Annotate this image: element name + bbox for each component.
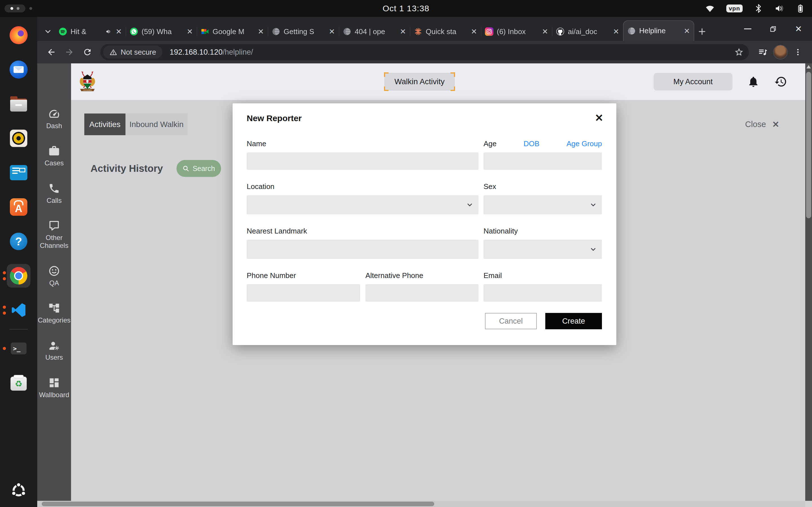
walkin-activity-button[interactable]: Walkin Activity [385,73,455,91]
not-secure-chip[interactable]: Not secure [103,46,162,59]
email-field[interactable] [484,284,602,302]
sidebar-item-dash[interactable]: Dash [38,108,70,130]
media-controls-icon[interactable] [755,44,771,60]
sex-select[interactable] [484,195,602,214]
dob-link[interactable]: DOB [523,139,539,148]
tab-close-icon[interactable]: ✕ [613,28,619,35]
chat-icon [48,220,60,231]
scroll-up-arrow[interactable] [806,65,811,68]
dock-show-apps-icon[interactable] [7,481,31,500]
dock-files-icon[interactable] [7,95,31,113]
browser-tab-whatsapp[interactable]: (59) Wha ✕ [126,22,197,41]
forward-button[interactable] [61,44,77,60]
age-field[interactable] [484,152,602,170]
wifi-icon [705,3,715,13]
browser-menu-icon[interactable] [790,44,806,60]
tab-activities[interactable]: Activities [84,114,125,135]
sidebar-item-calls[interactable]: Calls [38,182,70,205]
sidebar-item-wallboard[interactable]: Wallboard [38,377,70,399]
category-tree-icon [48,302,60,314]
tab-close-icon[interactable]: ✕ [329,28,335,35]
sidebar-label: Wallboard [39,391,69,399]
tab-title: Quick sta [426,27,467,36]
age-group-link[interactable]: Age Group [566,139,602,148]
tab-close-icon[interactable]: ✕ [684,27,690,35]
email-label: Email [484,271,602,280]
tab-search-button[interactable] [41,22,55,41]
tab-close-icon[interactable]: ✕ [542,28,548,35]
new-tab-button[interactable] [694,22,710,41]
sidebar-item-qa[interactable]: QA [38,265,70,287]
tab-close-icon[interactable]: ✕ [471,28,477,35]
tab-close-icon[interactable]: ✕ [187,28,193,35]
restore-button[interactable] [767,23,779,35]
modal-close-icon[interactable]: ✕ [595,113,603,123]
phone-icon [48,182,60,194]
dock-rhythmbox-icon[interactable] [7,129,31,148]
sidebar-item-other-channels[interactable]: Other Channels [38,220,70,250]
horizontal-scrollbar-thumb[interactable] [42,502,434,506]
tab-close-icon[interactable]: ✕ [400,28,406,35]
close-label: Close [745,120,766,129]
tab-close-icon[interactable]: ✕ [258,28,264,35]
close-panel-button[interactable]: Close ✕ [745,114,779,135]
clock[interactable]: Oct 1 13:38 [383,4,429,13]
vertical-scrollbar-thumb[interactable] [806,72,811,218]
google-meet-icon [201,27,209,36]
name-field[interactable] [247,152,478,170]
location-select[interactable] [247,195,478,214]
alternative-phone-field[interactable] [365,284,478,302]
close-window-button[interactable]: ✕ [792,23,805,35]
dock-terminal-icon[interactable]: >_ [7,339,31,358]
bookmark-star-icon[interactable] [734,47,744,57]
sidebar-label: Dash [46,122,62,130]
url-text[interactable]: 192.168.10.120/helpline/ [170,48,253,57]
history-clock-icon[interactable] [774,75,787,88]
nearest-landmark-field[interactable] [247,240,478,259]
minimize-button[interactable] [742,23,754,35]
bluetooth-icon [754,4,763,13]
my-account-button[interactable]: My Account [654,73,732,91]
browser-tab-google-meet[interactable]: Google M ✕ [197,22,268,41]
anthropic-starburst-icon [414,27,422,36]
dock-app-center-icon[interactable]: A [7,198,31,216]
browser-tab-getting[interactable]: Getting S ✕ [268,22,339,41]
workspace-indicator[interactable] [4,4,26,12]
browser-tab-github[interactable]: ai/ai_doc ✕ [552,22,623,41]
system-tray[interactable]: vpn [705,0,805,17]
browser-tab-helpline-active[interactable]: Helpline ✕ [623,20,694,41]
sidebar-item-categories[interactable]: Categories [38,302,70,324]
sidebar-item-users[interactable]: Users [38,339,70,361]
vertical-scrollbar[interactable] [805,63,812,501]
tab-strip: Hit & ✕ (59) Wha ✕ Google M ✕ Getting S … [37,17,812,41]
cancel-button[interactable]: Cancel [485,313,537,329]
search-button[interactable]: Search [176,160,221,177]
back-button[interactable] [43,44,59,60]
notifications-bell-icon[interactable] [747,75,760,88]
address-bar[interactable]: Not secure 192.168.10.120/helpline/ [100,44,749,60]
phone-number-field[interactable] [247,284,360,302]
walkin-activity-label: Walkin Activity [395,77,445,86]
browser-tab-instagram[interactable]: (6) Inbox ✕ [481,22,552,41]
browser-tab-404[interactable]: 404 | ope ✕ [339,22,410,41]
dock-trash-icon[interactable]: ♻ [7,374,31,392]
security-label: Not secure [121,48,156,57]
dock-vscode-icon[interactable] [7,301,31,320]
dock-impress-icon[interactable] [7,163,31,182]
dock-firefox-icon[interactable] [7,26,31,45]
create-button[interactable]: Create [545,313,602,329]
browser-tab-quickstart[interactable]: Quick sta ✕ [410,22,481,41]
browser-tab-spotify[interactable]: Hit & ✕ [55,22,126,41]
tab-close-icon[interactable]: ✕ [116,28,122,35]
dock-chrome-icon[interactable] [7,267,31,285]
dock-help-icon[interactable]: ? [7,232,31,251]
dock-thunderbird-icon[interactable] [7,60,31,79]
sidebar-label: Cases [45,159,64,167]
nationality-select[interactable] [484,240,602,259]
reload-button[interactable] [80,44,95,60]
sidebar-item-cases[interactable]: Cases [38,145,70,167]
horizontal-scrollbar[interactable] [37,501,805,507]
profile-avatar[interactable] [773,45,788,59]
tab-inbound-walkin[interactable]: Inbound Walkin [125,114,188,135]
tab-audio-icon[interactable] [105,28,112,35]
